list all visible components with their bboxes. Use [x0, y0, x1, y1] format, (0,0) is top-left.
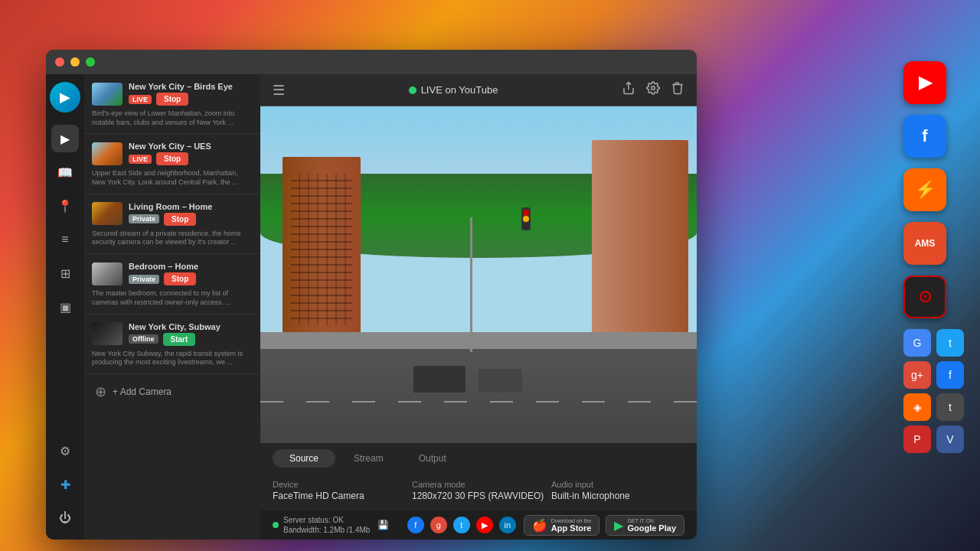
camera-item-subway[interactable]: New York City, Subway Offline Start New …: [84, 315, 260, 374]
maximize-button[interactable]: [86, 57, 95, 67]
camera-item-living-room[interactable]: Living Room – Home Private Stop Secured …: [84, 194, 260, 254]
camera-item-nyc-birds[interactable]: New York City – Birds Eye LIVE Stop Bird…: [84, 74, 260, 134]
audio-input-label: Audio input: [551, 480, 684, 489]
camera-thumb-nyc-ues: [92, 142, 122, 165]
bottom-panel: Source Stream Output Device FaceTime HD …: [260, 443, 697, 510]
target-icon[interactable]: ⊙: [903, 276, 946, 318]
youtube-icon[interactable]: ▶: [903, 61, 946, 104]
device-row: Device FaceTime HD Camera: [273, 480, 406, 501]
camera-desc-1: Bird's-eye view of Lower Manhattan, zoom…: [92, 109, 253, 127]
social-linkedin[interactable]: in: [499, 517, 516, 533]
nav-item-power[interactable]: ⏻: [51, 504, 79, 532]
nav-item-update[interactable]: ✚: [51, 471, 79, 498]
twitter-small-icon[interactable]: t: [936, 329, 964, 357]
store-badges: 🍎 Download on the App Store ▶ GET IT ON …: [524, 515, 684, 536]
status-badge-private-4: Private: [129, 275, 159, 284]
stop-button-2[interactable]: Stop: [156, 152, 188, 165]
tab-output[interactable]: Output: [402, 449, 463, 468]
camera-name-bedroom: Bedroom – Home: [129, 262, 253, 271]
social-googleplus[interactable]: g: [430, 517, 447, 533]
nav-item-location[interactable]: 📍: [51, 192, 79, 220]
bandwidth-text: Bandwidth: 1.2Mb /1.4Mb: [283, 525, 370, 535]
camera-name-subway: New York City, Subway: [129, 322, 253, 331]
tab-source[interactable]: Source: [273, 449, 335, 468]
googleplus-icon[interactable]: g+: [903, 361, 931, 389]
app-store-badge[interactable]: 🍎 Download on the App Store: [524, 515, 600, 536]
live-status-text: LIVE on YouTube: [421, 84, 498, 96]
nav-item-grid[interactable]: ⊞: [51, 259, 79, 287]
google-icon[interactable]: G: [903, 329, 931, 357]
google-play-badge[interactable]: ▶ GET IT ON Google Play: [606, 515, 684, 536]
facebook-icon[interactable]: f: [903, 115, 946, 158]
rss-icon[interactable]: ◈: [903, 393, 931, 421]
camera-mode-label: Camera mode: [412, 480, 545, 489]
nav-item-play[interactable]: ▶: [51, 125, 79, 152]
camera-desc-5: New York City Subway, the rapid transit …: [92, 350, 253, 367]
audio-input-row: Audio input Built-in Microphone: [551, 480, 684, 501]
main-view: ☰ LIVE on YouTube: [260, 74, 697, 540]
status-text: Server status: OK Bandwidth: 1.2Mb /1.4M…: [283, 515, 370, 535]
stop-button-3[interactable]: Stop: [164, 213, 196, 226]
audio-input-value: Built-in Microphone: [551, 491, 684, 501]
nav-item-list[interactable]: ≡: [51, 226, 79, 253]
pinterest-icon[interactable]: P: [903, 425, 931, 453]
start-button-5[interactable]: Start: [163, 333, 196, 346]
device-value: FaceTime HD Camera: [273, 491, 406, 501]
camera-item-nyc-ues[interactable]: New York City – UES LIVE Stop Upper East…: [84, 134, 260, 194]
thunder-icon[interactable]: ⚡: [903, 168, 946, 211]
main-window: ▶ ▶ 📖 📍 ≡ ⊞ ▣ ⚙ ✚ ⏻ New York City – Bird…: [46, 50, 697, 540]
right-sidebar: ▶ f ⚡ AMS ⊙ G t g+ f ◈ t P V: [903, 61, 965, 453]
add-camera-button[interactable]: ⊕ + Add Camera: [84, 374, 260, 409]
ams-icon[interactable]: AMS: [903, 222, 946, 265]
social-youtube[interactable]: ▶: [476, 517, 493, 533]
settings-button[interactable]: [646, 81, 660, 99]
camera-item-bedroom[interactable]: Bedroom – Home Private Stop The master b…: [84, 254, 260, 314]
left-nav: ▶ ▶ 📖 📍 ≡ ⊞ ▣ ⚙ ✚ ⏻: [46, 74, 84, 540]
minimize-button[interactable]: [70, 57, 80, 67]
server-status: Server status: OK Bandwidth: 1.2Mb /1.4M…: [273, 515, 389, 535]
delete-button[interactable]: [671, 81, 684, 99]
status-dot: [273, 522, 279, 528]
camera-mode-row: Camera mode 980x551 30 FPS (RAWVIDEO): [412, 480, 545, 501]
camera-thumb-living: [92, 202, 122, 225]
share-button[interactable]: [622, 81, 635, 99]
close-button[interactable]: [55, 57, 64, 67]
nav-item-settings[interactable]: ⚙: [51, 437, 79, 465]
video-preview: [260, 106, 697, 443]
tumblr-icon[interactable]: t: [936, 393, 964, 421]
app-store-small: Download on the: [551, 518, 592, 523]
camera-mode-value: 980x551 30 FPS (RAWVIDEO): [412, 491, 545, 501]
google-play-text: GET IT ON Google Play: [627, 518, 676, 533]
title-bar: [46, 50, 697, 74]
camera-name-nyc-birds: New York City – Birds Eye: [129, 82, 253, 91]
status-badge-live-1: LIVE: [129, 95, 152, 104]
fb-small-icon[interactable]: f: [936, 361, 964, 389]
stop-button-1[interactable]: Stop: [156, 93, 188, 106]
nav-item-monitor[interactable]: ▣: [51, 293, 79, 321]
footer-social: f g t ▶ in: [407, 517, 516, 533]
status-badge-offline-5: Offline: [129, 334, 158, 344]
google-play-icon: ▶: [614, 518, 623, 533]
social-twitter[interactable]: t: [453, 517, 470, 533]
apple-icon: 🍎: [532, 518, 547, 533]
menu-button[interactable]: ☰: [273, 82, 285, 99]
app-store-text: Download on the App Store: [551, 518, 592, 533]
vimeo-icon[interactable]: V: [936, 425, 964, 453]
google-play-small: GET IT ON: [627, 518, 676, 523]
stop-button-4[interactable]: Stop: [164, 272, 196, 285]
top-bar: ☰ LIVE on YouTube: [260, 74, 697, 106]
server-status-text: Server status: OK: [283, 515, 370, 525]
nav-item-book[interactable]: 📖: [51, 158, 79, 186]
content-area: ▶ ▶ 📖 📍 ≡ ⊞ ▣ ⚙ ✚ ⏻ New York City – Bird…: [46, 74, 697, 540]
google-play-large: Google Play: [627, 523, 676, 533]
tab-stream[interactable]: Stream: [337, 449, 400, 468]
top-bar-actions: [622, 81, 684, 99]
social-facebook[interactable]: f: [407, 517, 424, 533]
live-indicator: LIVE on YouTube: [294, 84, 612, 96]
camera-name-nyc-ues: New York City – UES: [129, 142, 253, 151]
camera-list: New York City – Birds Eye LIVE Stop Bird…: [84, 74, 260, 540]
app-logo[interactable]: ▶: [50, 82, 80, 112]
source-info: Device FaceTime HD Camera Camera mode 12…: [273, 477, 684, 504]
live-dot: [409, 86, 416, 94]
camera-desc-2: Upper East Side and neighborhood, Manhat…: [92, 169, 253, 187]
